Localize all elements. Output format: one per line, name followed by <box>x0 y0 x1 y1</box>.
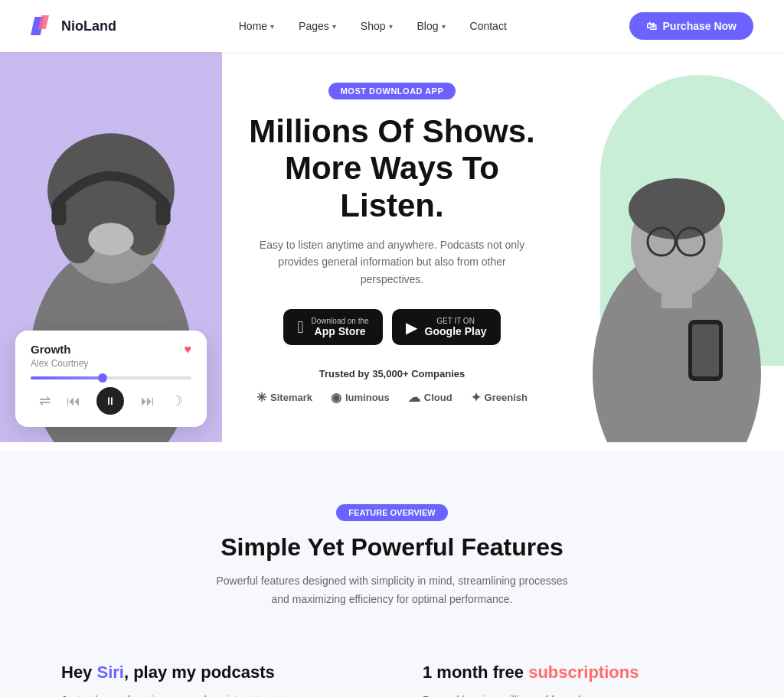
trusted-logos: ✳ Sitemark ◉ luminous ☁ Cloud ✦ Greenish <box>247 390 537 405</box>
svg-rect-6 <box>155 200 170 225</box>
heart-icon[interactable]: ♥ <box>185 343 192 357</box>
nav-item-contact[interactable]: Contact <box>470 20 507 32</box>
play-pause-button[interactable]: ⏸ <box>96 387 124 415</box>
player-card: Growth ♥ Alex Courtney ⇌ ⏮ ⏸ ⏭ ☽ <box>15 331 207 427</box>
navbar: NioLand Home ▾ Pages ▾ Shop ▾ Blog ▾ <box>0 0 784 52</box>
google-play-icon: ▶ <box>406 318 417 337</box>
features-badge: FEATURE OVERVIEW <box>336 504 447 521</box>
nav-link-contact[interactable]: Contact <box>470 20 507 32</box>
logo-text: NioLand <box>61 18 116 34</box>
nav-link-shop[interactable]: Shop ▾ <box>361 20 393 32</box>
chevron-down-icon: ▾ <box>270 22 274 31</box>
hero-badge: MOST DOWNLOAD APP <box>328 83 456 99</box>
hero-center: MOST DOWNLOAD APP Millions Of Shows. Mor… <box>231 52 553 451</box>
trusted-section: Trusted by 35,000+ Companies ✳ Sitemark … <box>247 368 537 405</box>
feature-subscriptions-desc: Beyond hearing millions of free shows, y… <box>423 692 668 697</box>
features-description: Powerful features designed with simplici… <box>216 572 568 609</box>
hero-description: Easy to listen anytime and anywhere. Pod… <box>247 236 537 288</box>
player-title-row: Growth ♥ <box>31 343 191 357</box>
nav-link-home[interactable]: Home ▾ <box>239 20 274 32</box>
player-progress-bar[interactable] <box>31 376 191 379</box>
hero-section: Growth ♥ Alex Courtney ⇌ ⏮ ⏸ ⏭ ☽ MOST DO… <box>0 52 784 451</box>
greenish-icon: ✦ <box>471 390 481 405</box>
feature-siri-heading: Hey Siri, play my podcasts <box>61 663 361 682</box>
trusted-text: Trusted by 35,000+ Companies <box>247 368 537 379</box>
brand-luminous: ◉ luminous <box>331 390 390 405</box>
apple-icon:  <box>297 318 303 337</box>
feature-siri-desc: Just ask your favorite personal assistan… <box>61 692 306 697</box>
nav-link-blog[interactable]: Blog ▾ <box>417 20 446 32</box>
features-section: FEATURE OVERVIEW Simple Yet Powerful Fea… <box>0 451 784 697</box>
hero-title: Millions Of Shows. More Ways To Listen. <box>247 113 537 224</box>
nav-item-pages[interactable]: Pages ▾ <box>299 20 336 32</box>
chevron-down-icon: ▾ <box>442 22 446 31</box>
svg-point-11 <box>629 178 725 239</box>
next-icon[interactable]: ⏭ <box>141 393 155 409</box>
brand-sitemark: ✳ Sitemark <box>256 390 312 405</box>
nav-item-blog[interactable]: Blog ▾ <box>417 20 446 32</box>
features-grid: Hey Siri, play my podcasts Just ask your… <box>31 647 753 697</box>
svg-point-7 <box>88 223 134 256</box>
nav-links: Home ▾ Pages ▾ Shop ▾ Blog ▾ Contact <box>239 20 507 32</box>
luminous-icon: ◉ <box>331 390 341 405</box>
svg-rect-16 <box>692 324 719 376</box>
player-progress-fill <box>31 376 103 379</box>
nav-item-home[interactable]: Home ▾ <box>239 20 274 32</box>
app-store-button[interactable]:  Download on the App Store <box>283 309 382 345</box>
player-song-title: Growth <box>31 343 71 357</box>
player-controls: ⇌ ⏮ ⏸ ⏭ ☽ <box>31 387 191 415</box>
cloud-icon: ☁ <box>408 390 420 405</box>
nav-link-pages[interactable]: Pages ▾ <box>299 20 336 32</box>
purchase-now-button[interactable]: 🛍 Purchase Now <box>629 12 753 40</box>
hero-right-panel <box>570 52 784 442</box>
logo[interactable]: NioLand <box>31 15 116 37</box>
man-photo <box>570 52 784 442</box>
google-play-button[interactable]: ▶ GET IT ON Google Play <box>392 309 501 345</box>
features-title: Simple Yet Powerful Features <box>31 533 753 562</box>
google-play-text: GET IT ON Google Play <box>425 317 487 337</box>
shuffle-icon[interactable]: ⇌ <box>39 392 51 409</box>
svg-rect-5 <box>51 200 66 225</box>
brand-greenish: ✦ Greenish <box>471 390 528 405</box>
feature-subscriptions: 1 month free subscriptions Beyond hearin… <box>392 647 753 697</box>
store-buttons:  Download on the App Store ▶ GET IT ON … <box>247 309 537 345</box>
player-artist: Alex Courtney <box>31 358 191 369</box>
moon-icon[interactable]: ☽ <box>171 392 183 409</box>
nav-item-shop[interactable]: Shop ▾ <box>361 20 393 32</box>
prev-icon[interactable]: ⏮ <box>67 393 80 409</box>
feature-siri: Hey Siri, play my podcasts Just ask your… <box>31 647 392 697</box>
brand-cloud: ☁ Cloud <box>408 390 452 405</box>
logo-icon <box>31 15 55 37</box>
app-store-text: Download on the App Store <box>312 317 369 337</box>
features-badge-wrapper: FEATURE OVERVIEW <box>31 504 753 521</box>
hero-left-panel: Growth ♥ Alex Courtney ⇌ ⏮ ⏸ ⏭ ☽ <box>0 52 222 442</box>
chevron-down-icon: ▾ <box>332 22 336 31</box>
sitemark-icon: ✳ <box>256 390 266 405</box>
shopping-bag-icon: 🛍 <box>646 20 657 32</box>
chevron-down-icon: ▾ <box>389 22 393 31</box>
feature-subscriptions-heading: 1 month free subscriptions <box>423 663 723 682</box>
